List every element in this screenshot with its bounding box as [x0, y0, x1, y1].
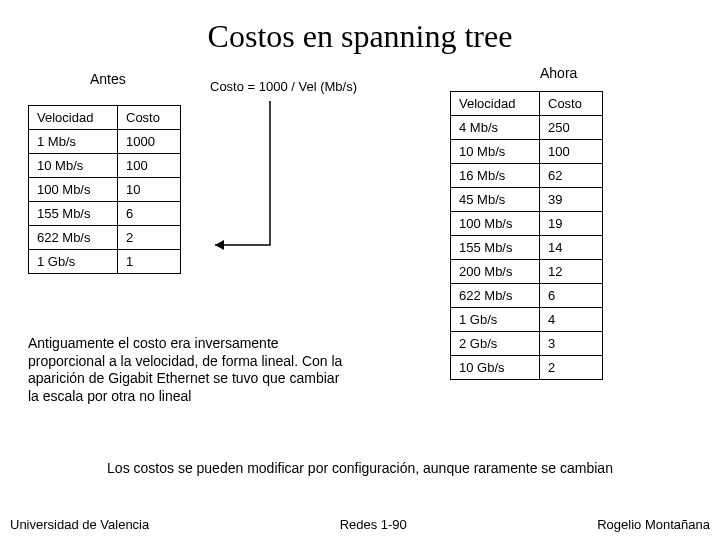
footer-left: Universidad de Valencia: [10, 517, 149, 532]
explanation-text: Antiguamente el costo era inversamente p…: [28, 335, 348, 405]
table-row: 45 Mb/s39: [451, 188, 603, 212]
table-row: 100 Mb/s10: [29, 178, 181, 202]
table-row: 622 Mb/s6: [451, 284, 603, 308]
table-header-cell: Costo: [118, 106, 181, 130]
label-antes: Antes: [90, 71, 126, 87]
table-row: 155 Mb/s6: [29, 202, 181, 226]
table-header-cell: Velocidad: [451, 92, 540, 116]
slide-footer: Universidad de Valencia Redes 1-90 Rogel…: [10, 517, 710, 532]
table-row: 10 Mb/s100: [29, 154, 181, 178]
table-row: 1 Gb/s1: [29, 250, 181, 274]
label-ahora: Ahora: [540, 65, 577, 81]
cost-formula: Costo = 1000 / Vel (Mb/s): [210, 79, 357, 94]
table-row: 100 Mb/s19: [451, 212, 603, 236]
table-row: 200 Mb/s12: [451, 260, 603, 284]
table-header-cell: Velocidad: [29, 106, 118, 130]
table-ahora: Velocidad Costo 4 Mb/s250 10 Mb/s100 16 …: [450, 91, 603, 380]
footnote-text: Los costos se pueden modificar por confi…: [0, 460, 720, 476]
table-row: 1 Mb/s1000: [29, 130, 181, 154]
table-row: Velocidad Costo: [451, 92, 603, 116]
table-row: 155 Mb/s14: [451, 236, 603, 260]
table-row: 2 Gb/s3: [451, 332, 603, 356]
table-header-cell: Costo: [540, 92, 603, 116]
table-row: 16 Mb/s62: [451, 164, 603, 188]
table-antes: Velocidad Costo 1 Mb/s1000 10 Mb/s100 10…: [28, 105, 181, 274]
footer-center: Redes 1-90: [340, 517, 407, 532]
table-row: 10 Mb/s100: [451, 140, 603, 164]
formula-arrow-icon: [210, 95, 300, 265]
table-row: 10 Gb/s2: [451, 356, 603, 380]
footer-right: Rogelio Montañana: [597, 517, 710, 532]
table-row: Velocidad Costo: [29, 106, 181, 130]
table-row: 1 Gb/s4: [451, 308, 603, 332]
table-row: 622 Mb/s2: [29, 226, 181, 250]
slide-title: Costos en spanning tree: [0, 18, 720, 55]
table-row: 4 Mb/s250: [451, 116, 603, 140]
